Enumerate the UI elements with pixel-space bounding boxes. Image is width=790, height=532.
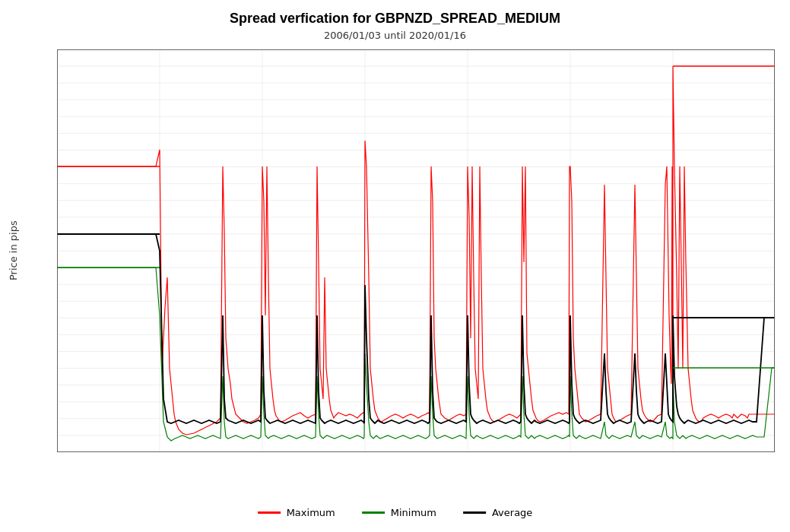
legend-average: Average <box>463 507 532 518</box>
chart-legend: Maximum Minimum Average <box>258 507 533 518</box>
legend-minimum: Minimum <box>362 507 436 518</box>
main-svg: 0.00675 0.00647 0.00619 0.00591 0.00562 … <box>57 49 775 452</box>
chart-subtitle: 2006/01/03 until 2020/01/16 <box>0 30 790 41</box>
chart-container: Spread verfication for GBPNZD_SPREAD_MED… <box>0 0 790 532</box>
y-axis-label: Price in pips <box>8 49 19 452</box>
chart-title: Spread verfication for GBPNZD_SPREAD_MED… <box>0 0 790 27</box>
chart-area: 0.00675 0.00647 0.00619 0.00591 0.00562 … <box>57 49 775 452</box>
legend-average-label: Average <box>492 507 532 518</box>
legend-average-line <box>463 511 486 514</box>
legend-maximum-line <box>258 511 281 514</box>
legend-maximum: Maximum <box>258 507 335 518</box>
legend-minimum-line <box>362 511 385 514</box>
legend-minimum-label: Minimum <box>391 507 436 518</box>
legend-maximum-label: Maximum <box>287 507 335 518</box>
